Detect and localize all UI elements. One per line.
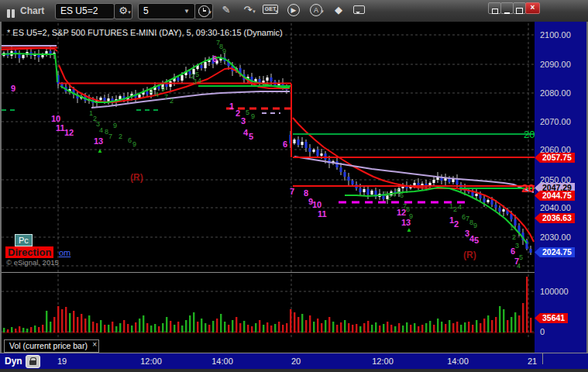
play-button[interactable]: ▶ (285, 3, 302, 18)
window-restore-button[interactable] (488, 2, 501, 14)
annotation-text: 1 (510, 224, 514, 232)
symbol-value: ES U5=2 (60, 5, 98, 16)
auto-annotate-button[interactable]: A▼ (308, 3, 325, 18)
price-tick-label: 2080.00 (540, 88, 571, 98)
annotation-text: 7 (164, 93, 168, 101)
volume-bar (328, 317, 330, 332)
annotation-text: 9 (132, 140, 136, 148)
volume-bar (220, 314, 222, 332)
volume-bar (73, 311, 74, 332)
symbol-combobox[interactable]: ES U5=2 ▼ (55, 3, 115, 19)
volume-bar (108, 325, 109, 332)
candle-body (456, 179, 458, 184)
speech-bubble-icon (353, 5, 365, 14)
volume-bar (139, 319, 140, 332)
annotation-text: 13 (94, 136, 103, 146)
direction-watermark: Direction (5, 246, 53, 258)
pane-tab-row: Vol (current price bar) × (2, 339, 535, 353)
candle-body (304, 142, 307, 148)
play-icon: ▶ (287, 4, 300, 16)
annotation-text: 2 (236, 108, 240, 118)
volume-tab-label: Vol (current price bar) (9, 341, 88, 350)
window-close-button[interactable]: × (525, 2, 540, 14)
annotation-text: 9 (473, 222, 477, 229)
volume-bar (185, 320, 187, 332)
candle-body (471, 192, 473, 196)
volume-bar (11, 327, 12, 332)
annotation-text: 6 (283, 140, 287, 149)
window-maximize-icon (516, 8, 523, 14)
volume-bar (216, 319, 218, 332)
annotation-text: 5 (246, 108, 249, 116)
price-badge: 2044.75 (535, 191, 575, 201)
volume-bar (34, 326, 36, 332)
volume-bar (480, 323, 481, 332)
volume-bar (181, 326, 183, 332)
volume-bar (150, 326, 152, 332)
draw-pencil-button[interactable]: ✎ (218, 3, 235, 18)
plot-svg[interactable]: 910111213▲123487926924972253478961234559… (2, 22, 535, 353)
time-axis[interactable]: Dyn 1912:0014:002012:0014:0021 (0, 353, 588, 369)
volume-bar (53, 317, 55, 332)
annotation-text: (R) (463, 250, 476, 260)
lock-button[interactable] (26, 355, 40, 368)
volume-bar (375, 322, 377, 332)
volume-bar (507, 320, 508, 332)
volume-bar (437, 319, 438, 332)
annotation-text: 4 (517, 262, 521, 270)
time-tick-label: 12:00 (140, 356, 162, 366)
volume-bar (406, 322, 407, 332)
volume-bar (352, 325, 353, 332)
volume-tab[interactable]: Vol (current price bar) × (4, 339, 99, 353)
candle-body (181, 75, 183, 81)
redo-arrow-button[interactable]: ↷▼ (239, 3, 256, 18)
window-minimize-icon (504, 12, 510, 14)
volume-bar (433, 325, 435, 332)
volume-bar (112, 322, 113, 332)
volume-bar (495, 317, 497, 332)
window-maximize-button[interactable] (513, 2, 526, 14)
volume-bar (38, 327, 40, 332)
annotation-text: 6 (128, 136, 132, 144)
volume-bar (410, 325, 411, 332)
volume-bar (177, 322, 179, 332)
volume-bar (294, 312, 295, 332)
candle-body (347, 177, 349, 181)
volume-bar (96, 323, 98, 332)
annotation-text: 2 (387, 194, 391, 202)
interval-combobox[interactable]: 5 ▼ (138, 3, 195, 19)
annotation-text: 6 (212, 54, 217, 64)
volume-bar (239, 323, 241, 332)
chart-window: Chart ES U5=2 ▼ ⚙▼ 5 ▼ ▼ ✎ ↷▼ GET▼ ▶ A▼ … (0, 0, 588, 372)
window-minimize-button[interactable] (500, 2, 514, 14)
volume-bar (236, 317, 237, 332)
comment-button[interactable] (350, 3, 367, 18)
close-icon[interactable]: × (92, 339, 97, 350)
volume-bar (104, 325, 105, 332)
clock-button[interactable]: ▼ (194, 3, 213, 19)
gear-button[interactable]: ⚙▼ (114, 3, 132, 19)
volume-bar (456, 322, 458, 332)
volume-bar (530, 318, 531, 332)
candle-body (293, 140, 295, 143)
chevron-down-icon: ▼ (320, 5, 325, 19)
volume-bar (162, 323, 163, 332)
send-diamond-button[interactable]: ◆ (330, 3, 347, 18)
window-restore-icon (492, 9, 498, 14)
annotation-text: 7 (290, 187, 294, 196)
volume-bar (201, 319, 202, 332)
volume-bar (135, 322, 136, 332)
volume-bar (394, 326, 396, 332)
get-data-button[interactable]: GET▼ (262, 3, 279, 18)
candle-body (320, 153, 322, 156)
volume-bar (266, 322, 268, 332)
volume-bar (309, 315, 311, 332)
volume-bar (464, 322, 466, 332)
price-axis[interactable]: 2100.002090.002080.002070.002060.002050.… (535, 22, 586, 353)
annotation-text: 7 (108, 133, 112, 140)
time-tick-label: 20 (291, 356, 301, 366)
interval-value: 5 (143, 5, 149, 16)
watermark-link[interactable]: om (59, 248, 70, 257)
volume-bar (429, 321, 431, 332)
candle-body (370, 191, 373, 195)
